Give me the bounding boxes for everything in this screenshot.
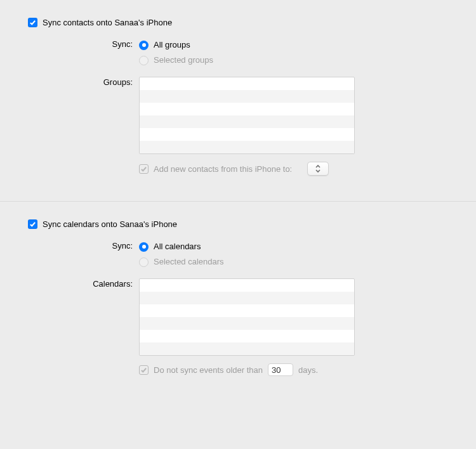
calendars-sync-label: Sync: [28, 240, 133, 251]
add-contacts-option: Add new contacts from this iPhone to: [139, 162, 452, 176]
older-than-checkbox[interactable] [139, 365, 149, 375]
list-item [140, 115, 354, 128]
contacts-sync-row: Sync: All groups Selected groups [28, 39, 452, 69]
checkmark-icon [140, 166, 147, 172]
sync-calendars-label: Sync calendars onto Sanaa's iPhone [43, 219, 177, 229]
radio-unselected-icon [139, 257, 149, 267]
older-than-value: 30 [272, 365, 281, 375]
calendars-all-option[interactable]: All calendars [139, 240, 452, 253]
older-than-input[interactable]: 30 [268, 363, 293, 376]
calendars-listbox[interactable] [139, 278, 355, 356]
older-than-prefix: Do not sync events older than [154, 365, 263, 375]
add-contacts-label: Add new contacts from this iPhone to: [154, 164, 292, 174]
contacts-all-groups-option[interactable]: All groups [139, 39, 452, 51]
sync-settings-panel: Sync contacts onto Sanaa's iPhone Sync: … [0, 0, 476, 393]
sync-contacts-checkbox[interactable] [28, 18, 37, 27]
contacts-selected-groups-label: Selected groups [154, 54, 213, 67]
sync-contacts-header-row: Sync contacts onto Sanaa's iPhone [28, 18, 452, 27]
checkmark-icon [29, 221, 36, 228]
list-item [140, 292, 354, 304]
calendars-list-row: Calendars: Do not sync events older than [28, 278, 452, 376]
older-than-suffix: days. [298, 365, 318, 375]
calendars-all-label: All calendars [154, 240, 201, 253]
checkmark-icon [29, 19, 36, 26]
calendars-selected-option[interactable]: Selected calendars [139, 256, 452, 268]
calendars-sync-row: Sync: All calendars Selected calendars [28, 240, 452, 271]
radio-selected-icon [139, 242, 149, 252]
list-item [140, 77, 354, 90]
contacts-groups-row: Groups: Add new contacts from this iPhon… [28, 77, 452, 176]
list-item [140, 342, 354, 355]
contacts-sync-label: Sync: [28, 39, 133, 49]
list-item [140, 304, 354, 317]
sync-calendars-checkbox[interactable] [28, 219, 37, 229]
sync-contacts-label: Sync contacts onto Sanaa's iPhone [43, 18, 172, 27]
list-item [140, 141, 354, 153]
older-than-option: Do not sync events older than 30 days. [139, 363, 452, 376]
contacts-section: Sync contacts onto Sanaa's iPhone Sync: … [0, 0, 476, 201]
add-contacts-checkbox[interactable] [139, 164, 149, 174]
calendars-list-value: Do not sync events older than 30 days. [139, 278, 452, 376]
list-item [140, 330, 354, 342]
sync-calendars-header-row: Sync calendars onto Sanaa's iPhone [28, 219, 452, 229]
add-contacts-dropdown[interactable] [307, 162, 329, 176]
list-item [140, 279, 354, 292]
contacts-groups-listbox[interactable] [139, 77, 355, 154]
radio-selected-icon [139, 41, 149, 50]
list-item [140, 317, 354, 330]
calendars-selected-label: Selected calendars [154, 256, 224, 268]
contacts-sync-options: All groups Selected groups [139, 39, 452, 69]
checkmark-icon [140, 367, 147, 374]
radio-unselected-icon [139, 56, 149, 65]
calendars-sync-options: All calendars Selected calendars [139, 240, 452, 271]
contacts-all-groups-label: All groups [154, 39, 190, 51]
list-item [140, 103, 354, 115]
list-item [140, 128, 354, 141]
contacts-groups-value: Add new contacts from this iPhone to: [139, 77, 452, 176]
contacts-groups-label: Groups: [28, 77, 133, 87]
calendars-list-label: Calendars: [28, 278, 133, 289]
contacts-selected-groups-option[interactable]: Selected groups [139, 54, 452, 67]
calendars-section: Sync calendars onto Sanaa's iPhone Sync:… [0, 202, 476, 393]
list-item [140, 90, 354, 103]
updown-arrows-icon [315, 164, 321, 173]
